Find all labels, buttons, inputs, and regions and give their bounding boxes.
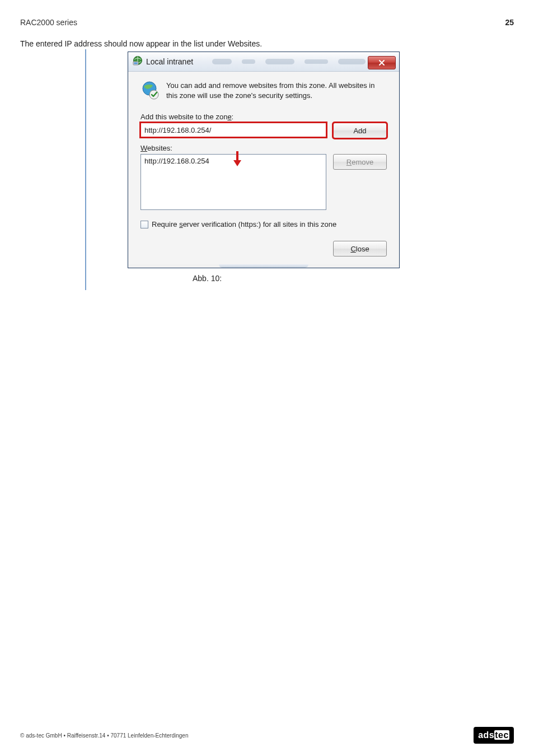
copyright-text: © ads-tec GmbH • Raiffeisenstr.14 • 7077…: [20, 732, 188, 739]
zone-icon: [133, 55, 143, 68]
websites-listbox[interactable]: http://192.168.0.254: [140, 154, 326, 210]
close-button[interactable]: Close: [333, 241, 387, 256]
figure-left-border: [85, 49, 86, 290]
figure-area: Local intranet: [85, 52, 514, 283]
figure-caption: Abb. 10:: [193, 274, 514, 283]
add-website-label: Add this website to the zone:: [140, 113, 387, 121]
dialog-title: Local intranet: [146, 57, 193, 66]
add-button[interactable]: Add: [333, 123, 387, 138]
globe-checkmark-icon: [140, 81, 160, 100]
titlebar-smudge: [212, 55, 366, 68]
adstec-logo: adstec: [474, 727, 514, 744]
dialog-description: You can add and remove websites from thi…: [166, 81, 387, 100]
add-website-input[interactable]: [140, 123, 326, 137]
title-bar[interactable]: Local intranet: [128, 52, 399, 72]
close-icon: [378, 59, 385, 66]
page-footer: © ads-tec GmbH • Raiffeisenstr.14 • 7077…: [20, 727, 514, 744]
remove-button[interactable]: Remove: [333, 154, 387, 170]
dialog-window: Local intranet: [128, 52, 400, 268]
list-item[interactable]: http://192.168.0.254: [144, 157, 322, 165]
page-header: RAC2000 series 25: [20, 18, 514, 27]
svg-rect-3: [134, 62, 137, 64]
websites-label: Websites:: [140, 144, 387, 152]
close-window-button[interactable]: [368, 56, 396, 69]
page-number: 25: [505, 18, 514, 27]
resize-grip: [219, 264, 308, 268]
require-https-label: Require server verification (https:) for…: [152, 220, 336, 228]
require-https-checkbox[interactable]: [140, 221, 148, 228]
product-name: RAC2000 series: [20, 18, 77, 27]
intro-paragraph: The entered IP address should now appear…: [20, 39, 514, 48]
